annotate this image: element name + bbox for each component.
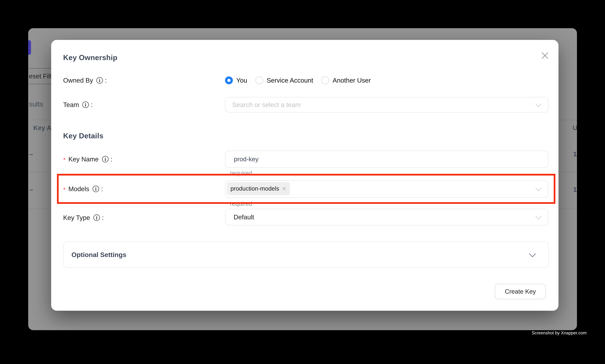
key-name-required-hint: required	[230, 169, 252, 177]
table-header-updated: Up	[573, 124, 577, 132]
radio-selected-icon[interactable]	[225, 77, 233, 84]
xnapper-watermark: Screenshot by Xnapper.com	[532, 330, 587, 336]
table-row-alias: –	[29, 150, 33, 158]
table-row-updated: 11/	[573, 186, 577, 193]
chevron-down-icon	[536, 101, 541, 107]
required-asterisk: *	[63, 156, 65, 164]
models-label: * Models :	[63, 184, 103, 194]
reset-filters-label: eset Filt	[29, 72, 51, 80]
key-name-label: * Key Name :	[63, 155, 112, 164]
info-icon[interactable]	[82, 102, 89, 108]
table-row-updated: 11/	[573, 150, 577, 158]
key-type-label: Key Type :	[63, 213, 104, 222]
primary-button-fragment[interactable]	[28, 40, 31, 55]
info-icon[interactable]	[93, 214, 100, 221]
screenshot-stage: eset Filt sults Key Alia Up – 11/ – 11/ …	[0, 0, 605, 364]
create-key-modal: Key Ownership Owned By : You Service Acc…	[51, 40, 558, 311]
key-name-input[interactable]	[225, 151, 548, 168]
model-tag-label: production-models	[231, 185, 279, 192]
selected-model-tag: production-models	[227, 182, 290, 195]
info-icon[interactable]	[93, 186, 99, 192]
owned-by-label: Owned By :	[63, 76, 107, 85]
chevron-down-icon	[536, 213, 541, 219]
team-label: Team :	[63, 100, 93, 109]
radio-unselected-icon[interactable]	[256, 77, 263, 84]
radio-option-you[interactable]: You	[225, 77, 247, 84]
chevron-down-icon	[536, 185, 541, 191]
models-select[interactable]: production-models	[225, 180, 548, 198]
chevron-down-icon	[529, 250, 536, 257]
create-key-button[interactable]: Create Key	[495, 284, 546, 299]
optional-settings-title: Optional Settings	[71, 251, 126, 259]
section-title-key-ownership: Key Ownership	[63, 53, 117, 62]
table-row-alias: –	[29, 186, 33, 193]
key-type-select[interactable]: Default	[225, 209, 548, 225]
info-icon[interactable]	[102, 156, 109, 162]
radio-unselected-icon[interactable]	[321, 77, 329, 84]
section-title-key-details: Key Details	[63, 131, 103, 140]
models-required-hint: required	[230, 200, 252, 207]
close-icon	[541, 52, 549, 59]
team-select-placeholder: Search or select a team	[232, 101, 301, 109]
key-type-value: Default	[233, 213, 254, 221]
close-button[interactable]	[537, 48, 553, 63]
team-select[interactable]: Search or select a team	[225, 97, 548, 113]
results-count-text: sults	[29, 100, 43, 108]
radio-option-service-account[interactable]: Service Account	[256, 77, 313, 84]
remove-tag-icon[interactable]	[282, 186, 286, 191]
required-asterisk: *	[63, 186, 65, 193]
info-icon[interactable]	[96, 77, 103, 84]
optional-settings-toggle[interactable]: Optional Settings	[63, 241, 549, 268]
owned-by-radio-group: You Service Account Another User	[225, 77, 371, 84]
radio-option-another-user[interactable]: Another User	[321, 77, 371, 84]
